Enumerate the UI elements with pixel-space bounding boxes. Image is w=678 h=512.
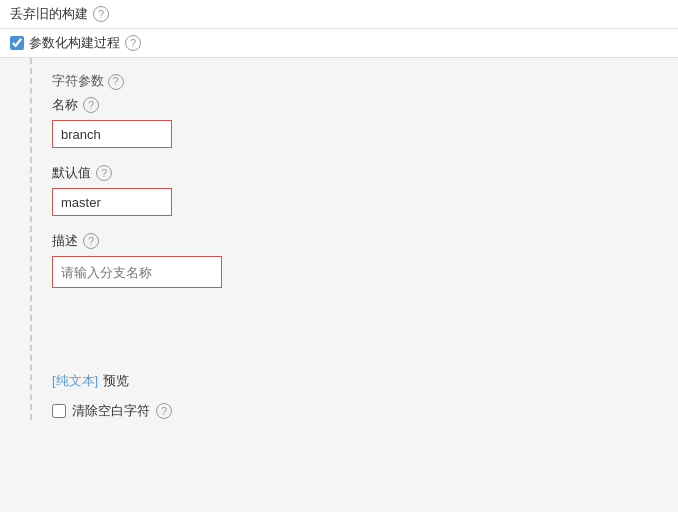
name-field-group: 名称 ? bbox=[52, 96, 678, 148]
default-field-group: 默认值 ? bbox=[52, 164, 678, 216]
param-build-checkbox[interactable] bbox=[10, 36, 24, 50]
main-container: 丢弃旧的构建 ? 参数化构建过程 ? 字符参数 ? 名称 ? bbox=[0, 0, 678, 512]
clear-whitespace-checkbox[interactable] bbox=[52, 404, 66, 418]
discard-old-help-icon[interactable]: ? bbox=[93, 6, 109, 22]
preview-row: [纯文本] 预览 bbox=[52, 372, 678, 390]
desc-field-group: 描述 ? bbox=[52, 232, 678, 288]
clear-whitespace-label: 清除空白字符 bbox=[72, 402, 150, 420]
default-help-icon[interactable]: ? bbox=[96, 165, 112, 181]
string-param-label: 字符参数 bbox=[52, 73, 104, 88]
name-help-icon[interactable]: ? bbox=[83, 97, 99, 113]
default-field-label-row: 默认值 ? bbox=[52, 164, 678, 182]
desc-field-label-row: 描述 ? bbox=[52, 232, 678, 250]
top-item-row: 丢弃旧的构建 ? bbox=[0, 0, 678, 29]
empty-space bbox=[52, 304, 678, 352]
name-input[interactable] bbox=[52, 120, 172, 148]
desc-input[interactable] bbox=[52, 256, 222, 288]
param-build-help-icon[interactable]: ? bbox=[125, 35, 141, 51]
clear-whitespace-row: 清除空白字符 ? bbox=[52, 402, 678, 420]
dashed-section: 字符参数 ? 名称 ? 默认值 ? bbox=[30, 58, 678, 420]
main-content: 字符参数 ? 名称 ? 默认值 ? bbox=[0, 58, 678, 440]
param-build-row: 参数化构建过程 ? bbox=[0, 29, 678, 58]
default-input[interactable] bbox=[52, 188, 172, 216]
param-build-label: 参数化构建过程 bbox=[29, 34, 120, 52]
name-field-label-row: 名称 ? bbox=[52, 96, 678, 114]
desc-help-icon[interactable]: ? bbox=[83, 233, 99, 249]
default-label: 默认值 bbox=[52, 164, 91, 182]
clear-whitespace-help-icon[interactable]: ? bbox=[156, 403, 172, 419]
string-param-help-icon[interactable]: ? bbox=[108, 74, 124, 90]
name-label: 名称 bbox=[52, 96, 78, 114]
desc-label: 描述 bbox=[52, 232, 78, 250]
string-param-title: 字符参数 ? bbox=[52, 72, 678, 90]
preview-tag: [纯文本] bbox=[52, 372, 98, 390]
preview-label: 预览 bbox=[103, 372, 129, 390]
discard-old-label: 丢弃旧的构建 bbox=[10, 5, 88, 23]
